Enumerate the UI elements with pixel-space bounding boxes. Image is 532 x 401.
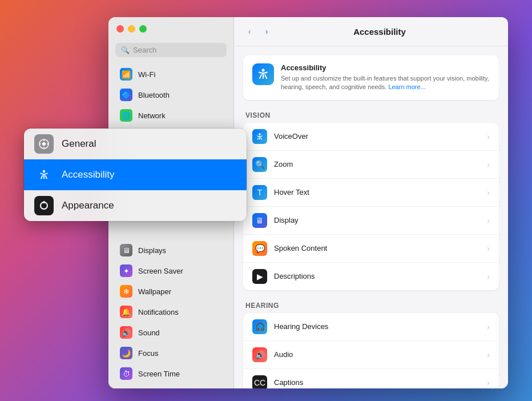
svg-point-10 [41,203,47,208]
back-button[interactable]: ‹ [243,25,256,38]
search-placeholder: Search [133,46,156,54]
general-overlay-label: General [62,138,96,150]
focus-icon: 🌙 [120,347,132,359]
sidebar-item-notifications[interactable]: 🔔 Notifications [112,302,230,322]
sidebar-item-screensaver[interactable]: ✦ Screen Saver [112,261,230,280]
voiceover-icon [252,129,267,144]
toolbar: ‹ › Accessibility [234,17,508,46]
screentime-icon: ⏱ [120,367,132,380]
voiceover-row[interactable]: VoiceOver › [243,123,499,151]
tooltip-appearance[interactable]: Appearance [24,190,247,221]
search-icon: 🔍 [121,46,130,54]
main-content-panel: ‹ › Accessibility Accessibility Set up a… [234,17,508,388]
traffic-lights [116,25,147,33]
captions-row[interactable]: CC Captions › [243,369,499,388]
svg-point-3 [42,142,46,146]
sidebar-label-sound: Sound [138,328,160,337]
svg-point-1 [259,133,261,135]
spoken-label: Spoken Content [274,244,487,252]
captions-label: Captions [274,378,487,387]
maximize-button[interactable] [139,25,147,33]
sidebar-item-bluetooth[interactable]: 🔷 Bluetooth [112,85,230,105]
wifi-icon: 📶 [120,68,132,81]
tooltip-accessibility[interactable]: Accessibility [24,159,247,190]
descriptions-icon: ▶ [252,269,267,284]
sidebar-label-network: Network [138,111,166,120]
appearance-overlay-label: Appearance [62,200,114,211]
svg-point-0 [262,69,265,72]
zoom-icon: 🔍 [252,157,267,172]
tooltip-overlay: General Accessibility Appearance [24,129,247,221]
svg-point-11 [43,201,45,203]
accessibility-header-text: Accessibility Set up and customize the b… [281,63,490,92]
display-row[interactable]: 🖥 Display › [243,207,499,235]
display-label: Display [274,216,487,224]
audio-chevron: › [487,350,490,359]
descriptions-label: Descriptions [274,272,487,280]
sidebar-item-network[interactable]: 🌐 Network [112,106,230,125]
close-button[interactable] [116,25,124,33]
svg-point-8 [43,170,45,173]
sidebar-label-focus: Focus [138,349,158,358]
content-area: Accessibility Set up and customize the b… [234,46,508,388]
sidebar-label-wifi: Wi-Fi [138,70,155,79]
network-icon: 🌐 [120,109,132,122]
hearing-section-label: Hearing [243,302,499,310]
zoom-chevron: › [487,160,490,169]
accessibility-header-card: Accessibility Set up and customize the b… [243,55,499,100]
hearingdevices-icon: 🎧 [252,319,267,334]
sidebar-label-displays: Displays [138,246,166,255]
sidebar-label-screentime: Screen Time [138,370,180,378]
captions-icon: CC [252,375,267,388]
sidebar-item-wifi[interactable]: 📶 Wi-Fi [112,65,230,84]
audio-label: Audio [274,350,487,359]
forward-button[interactable]: › [260,25,273,38]
sidebar-label-screensaver: Screen Saver [138,267,183,275]
sidebar-item-wallpaper[interactable]: ❄ Wallpaper [112,282,230,301]
hovertext-label: Hover Text [274,188,487,197]
acc-header-description: Set up and customize the built-in featur… [281,74,490,92]
hearing-settings-group: 🎧 Hearing Devices › 🔊 Audio › CC Caption… [243,313,499,388]
appearance-overlay-icon [34,196,54,215]
spoken-icon: 💬 [252,241,267,256]
sidebar-label-bluetooth: Bluetooth [138,91,170,99]
hearingdevices-chevron: › [487,322,490,331]
audio-row[interactable]: 🔊 Audio › [243,341,499,369]
spoken-chevron: › [487,244,490,253]
voiceover-label: VoiceOver [274,132,487,141]
hovertext-icon: T [252,185,267,200]
sidebar-item-focus[interactable]: 🌙 Focus [112,343,230,363]
accessibility-overlay-label: Accessibility [62,169,115,181]
search-bar[interactable]: 🔍 Search [115,43,227,57]
hearingdevices-row[interactable]: 🎧 Hearing Devices › [243,313,499,341]
spoken-row[interactable]: 💬 Spoken Content › [243,235,499,263]
sidebar-item-displays[interactable]: 🖥 Displays [112,240,230,260]
zoom-row[interactable]: 🔍 Zoom › [243,151,499,179]
accessibility-overlay-icon [34,165,54,185]
display-chevron: › [487,216,490,225]
descriptions-chevron: › [487,272,490,281]
sidebar-label-wallpaper: Wallpaper [138,287,171,296]
hovertext-row[interactable]: T Hover Text › [243,179,499,207]
learn-more-link[interactable]: Learn more... [388,83,425,90]
hearingdevices-label: Hearing Devices [274,322,487,331]
audio-icon: 🔊 [252,347,267,362]
notifications-icon: 🔔 [120,306,132,318]
voiceover-chevron: › [487,132,490,141]
toolbar-title: Accessibility [277,27,482,37]
bluetooth-icon: 🔷 [120,89,132,101]
wallpaper-icon: ❄ [120,285,132,298]
screensaver-icon: ✦ [120,264,132,277]
descriptions-row[interactable]: ▶ Descriptions › [243,263,499,290]
general-overlay-icon [34,134,54,154]
minimize-button[interactable] [128,25,135,33]
captions-chevron: › [487,378,490,387]
acc-header-title: Accessibility [281,63,490,72]
sidebar-item-sound[interactable]: 🔊 Sound [112,323,230,342]
vision-section-label: Vision [243,111,499,119]
sidebar-item-screentime[interactable]: ⏱ Screen Time [112,364,230,383]
sound-icon: 🔊 [120,326,132,339]
accessibility-large-icon [252,63,274,85]
sidebar-label-notifications: Notifications [138,308,179,316]
tooltip-general[interactable]: General [24,129,247,159]
